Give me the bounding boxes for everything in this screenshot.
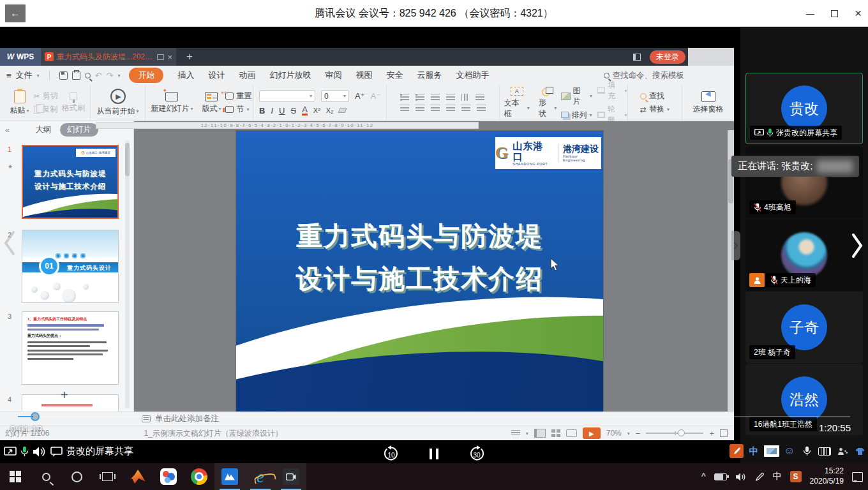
- bullet-list-icon[interactable]: [400, 94, 409, 101]
- chinese-mode-icon[interactable]: 中: [747, 444, 761, 458]
- participant-tile[interactable]: 子奇 2班 杨子奇: [745, 292, 863, 363]
- fill-button[interactable]: 填充: [597, 80, 627, 101]
- fit-slide-icon[interactable]: [720, 429, 728, 437]
- normal-view-icon[interactable]: [534, 429, 546, 438]
- new-tab-button[interactable]: [186, 50, 193, 63]
- picture-button[interactable]: 图片: [561, 85, 592, 107]
- textbox-button[interactable]: 文本框: [500, 87, 534, 119]
- tab-view[interactable]: 视图: [355, 70, 372, 81]
- pen-input-icon[interactable]: [755, 472, 765, 482]
- slide-thumbnail-3[interactable]: 1、重力式码头的工作特征及其特点 重力式码头的优点：: [22, 311, 119, 385]
- add-slide-button[interactable]: [61, 388, 68, 403]
- remote-app-icon[interactable]: [153, 463, 184, 490]
- meeting-app-icon[interactable]: [276, 463, 306, 490]
- player-seekbar[interactable]: [18, 416, 850, 417]
- hamburger-icon[interactable]: [6, 71, 11, 80]
- redo-icon[interactable]: [107, 71, 114, 80]
- zoom-in-icon[interactable]: [709, 429, 714, 438]
- taskbar-search-icon[interactable]: [31, 463, 61, 490]
- participant-tile[interactable]: 天上的海: [745, 219, 863, 291]
- shrink-font-button[interactable]: A⁻: [371, 91, 381, 101]
- zoom-out-icon[interactable]: [636, 429, 641, 438]
- notes-bar[interactable]: 单击此处添加备注: [0, 412, 734, 426]
- battery-icon[interactable]: [714, 473, 727, 480]
- ribbon-collapse-icon[interactable]: [117, 73, 120, 78]
- pause-button[interactable]: [430, 449, 438, 459]
- slide-thumbnail-2[interactable]: 01 重力式码头设计: [22, 230, 119, 303]
- skin-icon[interactable]: [853, 444, 867, 458]
- panel-collapse-handle[interactable]: [731, 231, 740, 260]
- next-page-arrow[interactable]: [850, 232, 864, 259]
- justify-icon[interactable]: [446, 105, 455, 112]
- font-size-combo[interactable]: 0: [321, 90, 349, 102]
- rewind-10-button[interactable]: 10: [383, 445, 400, 462]
- font-family-combo[interactable]: [259, 90, 315, 102]
- print-preview-icon[interactable]: [85, 73, 91, 78]
- document-tab[interactable]: P 重力式码头及防波堤...2020.5.19: [41, 48, 176, 66]
- panel-collapse-icon[interactable]: [5, 125, 10, 135]
- volume-icon[interactable]: [735, 472, 747, 482]
- text-direction-icon[interactable]: [461, 94, 469, 101]
- minimize-button[interactable]: [806, 8, 814, 19]
- wps-logo[interactable]: W WPS: [0, 48, 41, 66]
- tab-slideshow[interactable]: 幻灯片放映: [269, 70, 311, 81]
- numbered-list-icon[interactable]: [415, 94, 424, 101]
- superscript-button[interactable]: X²: [313, 107, 320, 114]
- subtitle-icon[interactable]: [50, 447, 63, 457]
- bold-button[interactable]: B: [259, 106, 265, 115]
- tab-slides[interactable]: 幻灯片: [60, 123, 98, 137]
- tab-review[interactable]: 审阅: [325, 70, 341, 81]
- action-center-icon[interactable]: [852, 472, 863, 482]
- close-button[interactable]: [855, 6, 862, 20]
- prev-page-arrow[interactable]: [3, 230, 17, 256]
- cut-button[interactable]: 剪切: [34, 91, 58, 101]
- participant-tile[interactable]: 贵改 张贵改的屏幕共享: [745, 73, 863, 144]
- underline-button[interactable]: U: [279, 106, 285, 115]
- columns-icon[interactable]: [477, 105, 486, 112]
- main-slide-canvas[interactable]: G 山东港口 SHANDONG PORT 港湾建设 Harbour Engine…: [236, 131, 603, 412]
- reset-button[interactable]: 重置: [225, 91, 251, 101]
- task-view-icon[interactable]: [92, 463, 123, 490]
- handwriting-icon[interactable]: [730, 444, 744, 458]
- zoom-slider-knob[interactable]: [678, 429, 685, 436]
- print-icon[interactable]: [72, 71, 80, 80]
- copy-button[interactable]: 复制: [34, 104, 58, 115]
- tab-assistant[interactable]: 文档助手: [456, 70, 489, 81]
- slide-thumbnail-4[interactable]: [22, 394, 119, 412]
- format-painter-label[interactable]: 格式刷: [62, 103, 85, 114]
- undo-icon[interactable]: [95, 71, 102, 80]
- subscript-button[interactable]: X₂: [326, 107, 334, 114]
- save-icon[interactable]: [59, 71, 68, 80]
- tab-design[interactable]: 设计: [208, 70, 225, 81]
- keyboard-icon[interactable]: [817, 444, 832, 458]
- align-left-icon[interactable]: [400, 105, 409, 112]
- align-right-icon[interactable]: [431, 105, 440, 112]
- command-search[interactable]: 查找命令、搜索模板: [604, 70, 685, 81]
- zoom-value[interactable]: 70%: [606, 429, 622, 438]
- play-from-current-button[interactable]: 从当前开始: [93, 89, 144, 117]
- tab-cloud[interactable]: 云服务: [417, 70, 442, 81]
- slide-thumbnail-1[interactable]: G山东港口港湾建设 重力式码头与防波堤 设计与施工技术介绍: [22, 145, 119, 219]
- line-spacing-icon[interactable]: [475, 94, 484, 101]
- thumbnail-scrollbar[interactable]: [125, 140, 130, 408]
- grow-font-button[interactable]: A⁺: [355, 91, 365, 101]
- cortana-icon[interactable]: [61, 463, 92, 490]
- arrange-button[interactable]: 排列: [561, 110, 592, 121]
- tab-home[interactable]: 开始: [129, 68, 163, 83]
- forward-30-button[interactable]: 30: [468, 445, 485, 462]
- voice-input-icon[interactable]: [800, 444, 814, 458]
- tab-outline[interactable]: 大纲: [35, 124, 51, 135]
- sogou-tray-icon[interactable]: S: [790, 471, 802, 482]
- italic-button[interactable]: I: [271, 106, 273, 115]
- shapes-button[interactable]: 形状: [534, 87, 562, 119]
- tab-insert[interactable]: 插入: [177, 70, 194, 81]
- people-icon[interactable]: [835, 444, 849, 458]
- distribute-icon[interactable]: [461, 105, 470, 112]
- paste-button[interactable]: 粘贴: [6, 90, 34, 116]
- speaker-icon[interactable]: [33, 446, 47, 457]
- internet-explorer-icon[interactable]: e: [245, 463, 276, 490]
- matlab-icon[interactable]: [123, 463, 153, 490]
- seekbar-knob[interactable]: [31, 412, 40, 421]
- tab-security[interactable]: 安全: [386, 70, 403, 81]
- find-button[interactable]: 查找: [640, 91, 670, 101]
